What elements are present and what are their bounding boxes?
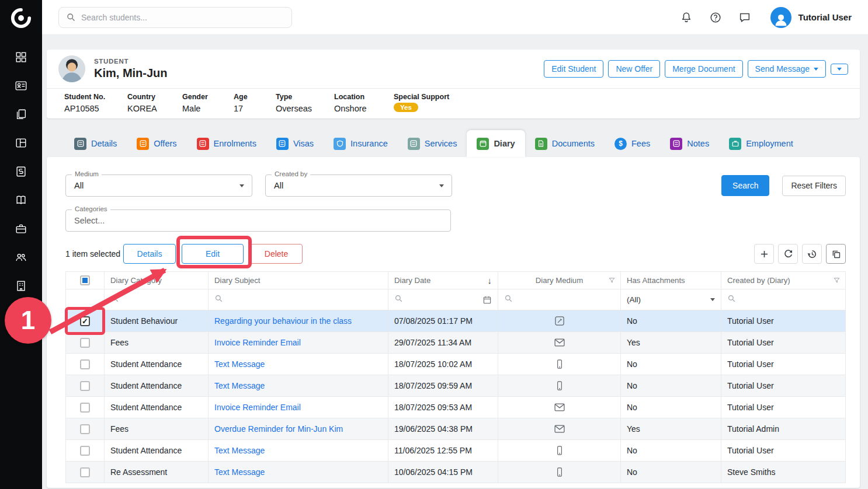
field-student-no: Student No.AP10585 (64, 93, 118, 113)
tab-services[interactable]: Services (398, 130, 467, 157)
row-checkbox[interactable] (80, 381, 90, 391)
diary-subject-link[interactable]: Invoice Reminder Email (214, 403, 301, 412)
row-checkbox[interactable] (80, 316, 90, 326)
tab-diary[interactable]: Diary (467, 130, 525, 157)
table-header-row: Diary Category Diary Subject Diary Date↓… (66, 272, 846, 289)
filter-created-by-input[interactable] (721, 289, 846, 310)
more-actions-button[interactable] (831, 64, 848, 75)
calendar-icon[interactable] (482, 295, 492, 305)
student-header-card: STUDENT Kim, Min-Jun Edit Student New Of… (47, 50, 860, 118)
filter-attachments-select[interactable]: (All) (621, 289, 721, 310)
sidebar-item-pages[interactable] (0, 100, 42, 128)
add-record-button[interactable] (754, 244, 774, 264)
tab-visas[interactable]: Visas (266, 130, 324, 157)
search-button[interactable]: Search (721, 175, 769, 196)
filter-icon[interactable] (833, 277, 841, 284)
table-row[interactable]: Re Assessment Text Message 10/06/2025 04… (66, 462, 846, 483)
new-offer-button[interactable]: New Offer (608, 60, 660, 78)
table-row[interactable]: Student Attendance Text Message 11/06/20… (66, 440, 846, 462)
sidebar-item-boards[interactable] (0, 128, 42, 157)
cell-diary-category: Student Attendance (105, 440, 209, 462)
sidebar-item-subjects[interactable] (0, 157, 42, 186)
tab-insurance[interactable]: Insurance (324, 130, 398, 157)
edit-student-button[interactable]: Edit Student (544, 60, 603, 78)
header-created-by[interactable]: Created by (Diary) (721, 272, 846, 289)
header-diary-category[interactable]: Diary Category (105, 272, 209, 289)
send-message-button[interactable]: Send Message (748, 60, 826, 78)
filter-date-input[interactable] (388, 289, 498, 310)
row-checkbox[interactable] (80, 403, 90, 413)
diary-subject-link[interactable]: Invoice Reminder Email (214, 338, 301, 347)
app-logo-icon[interactable] (8, 5, 34, 31)
chevron-down-icon (837, 68, 842, 71)
header-diary-subject[interactable]: Diary Subject (209, 272, 388, 289)
header-has-attachments[interactable]: Has Attachments (621, 272, 721, 289)
select-all-checkbox[interactable] (80, 275, 90, 285)
filter-medium-input[interactable] (498, 289, 621, 310)
table-row[interactable]: Fees Overdue Reminder for Min-Jun Kim 19… (66, 418, 846, 440)
header-select-all[interactable] (66, 272, 105, 289)
categories-select[interactable]: Categories Select... (65, 209, 451, 232)
filter-icon[interactable] (608, 277, 616, 284)
tab-enrolments[interactable]: Enrolments (187, 130, 266, 157)
help-icon[interactable] (709, 11, 723, 25)
field-special-support: Special Support Yes (394, 93, 449, 113)
header-diary-medium[interactable]: Diary Medium (498, 272, 621, 289)
tab-employment[interactable]: Employment (719, 130, 803, 157)
tab-details[interactable]: Details (64, 130, 127, 157)
diary-subject-link[interactable]: Text Message (214, 446, 265, 455)
sidebar-item-courses[interactable] (0, 186, 42, 214)
header-diary-date[interactable]: Diary Date↓ (388, 272, 498, 289)
user-menu[interactable]: Tutorial User (770, 7, 852, 28)
cell-diary-subject: Text Message (209, 440, 388, 462)
row-checkbox[interactable] (80, 446, 90, 456)
cell-created-by: Tutorial User (721, 354, 846, 375)
tab-documents[interactable]: Documents (525, 130, 605, 157)
row-checkbox[interactable] (80, 467, 90, 477)
diary-medium-icon (498, 440, 621, 462)
diary-subject-link[interactable]: Text Message (214, 381, 265, 390)
row-checkbox[interactable] (80, 424, 90, 434)
table-row[interactable]: Student Attendance Text Message 18/07/20… (66, 375, 846, 397)
medium-select[interactable]: Medium All (65, 174, 252, 197)
diary-subject-link[interactable]: Text Message (214, 359, 265, 369)
history-button[interactable] (802, 244, 822, 264)
search-input[interactable] (81, 13, 284, 22)
delete-button[interactable]: Delete (250, 244, 303, 264)
filter-subject-input[interactable] (209, 289, 388, 310)
merge-document-button[interactable]: Merge Document (665, 60, 742, 78)
cell-diary-date: 07/08/2025 01:17 PM (388, 310, 498, 332)
sidebar-item-dashboard[interactable] (0, 43, 42, 71)
row-checkbox[interactable] (80, 359, 90, 369)
user-avatar[interactable] (770, 7, 791, 28)
table-row[interactable]: Student Attendance Text Message 18/07/20… (66, 354, 846, 375)
sidebar-item-users[interactable] (0, 243, 42, 271)
diary-subject-link[interactable]: Overdue Reminder for Min-Jun Kim (214, 424, 343, 434)
edit-button[interactable]: Edit (182, 244, 244, 264)
sort-descending-icon: ↓ (488, 275, 492, 285)
table-row[interactable]: Student Attendance Invoice Reminder Emai… (66, 397, 846, 418)
created-by-select[interactable]: Created by All (265, 174, 452, 197)
diary-subject-link[interactable]: Regarding your behaviour in the class (214, 316, 352, 326)
sidebar-item-employers[interactable] (0, 214, 42, 243)
duplicate-button[interactable] (826, 244, 846, 264)
table-row[interactable]: Student Behaviour Regarding your behavio… (66, 310, 846, 332)
details-button[interactable]: Details (123, 244, 176, 264)
annotation-step-badge: 1 (5, 297, 51, 344)
search-icon (727, 294, 736, 303)
notifications-icon[interactable] (679, 11, 693, 25)
student-search (58, 7, 292, 28)
tab-offers[interactable]: Offers (127, 130, 186, 157)
sidebar-item-organisation[interactable] (0, 271, 42, 300)
cell-diary-date: 10/06/2025 04:15 PM (388, 462, 498, 483)
tab-notes[interactable]: Notes (660, 130, 719, 157)
reset-filters-button[interactable]: Reset Filters (782, 176, 846, 196)
tab-fees[interactable]: $Fees (605, 130, 660, 157)
chat-icon[interactable] (738, 11, 752, 25)
row-checkbox[interactable] (80, 338, 90, 348)
refresh-button[interactable] (778, 244, 798, 264)
filter-category-input[interactable] (105, 289, 209, 310)
table-row[interactable]: Fees Invoice Reminder Email 29/07/2025 1… (66, 332, 846, 354)
diary-subject-link[interactable]: Text Message (214, 467, 265, 477)
sidebar-item-contacts[interactable] (0, 71, 42, 100)
